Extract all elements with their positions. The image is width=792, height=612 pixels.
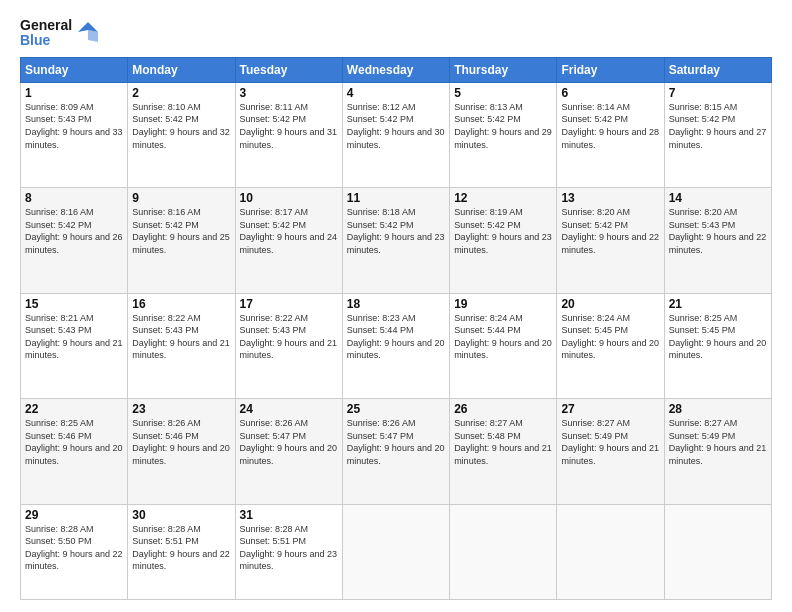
day-number: 23 bbox=[132, 402, 230, 416]
calendar-header-saturday: Saturday bbox=[664, 57, 771, 82]
day-number: 18 bbox=[347, 297, 445, 311]
day-info: Sunrise: 8:28 AM Sunset: 5:51 PM Dayligh… bbox=[240, 523, 338, 573]
calendar-cell: 19 Sunrise: 8:24 AM Sunset: 5:44 PM Dayl… bbox=[450, 293, 557, 398]
day-number: 21 bbox=[669, 297, 767, 311]
calendar-cell: 26 Sunrise: 8:27 AM Sunset: 5:48 PM Dayl… bbox=[450, 399, 557, 504]
calendar-cell: 1 Sunrise: 8:09 AM Sunset: 5:43 PM Dayli… bbox=[21, 82, 128, 187]
day-number: 15 bbox=[25, 297, 123, 311]
day-info: Sunrise: 8:26 AM Sunset: 5:46 PM Dayligh… bbox=[132, 417, 230, 467]
day-number: 10 bbox=[240, 191, 338, 205]
day-number: 30 bbox=[132, 508, 230, 522]
calendar-cell: 22 Sunrise: 8:25 AM Sunset: 5:46 PM Dayl… bbox=[21, 399, 128, 504]
day-info: Sunrise: 8:20 AM Sunset: 5:43 PM Dayligh… bbox=[669, 206, 767, 256]
calendar-cell: 20 Sunrise: 8:24 AM Sunset: 5:45 PM Dayl… bbox=[557, 293, 664, 398]
day-number: 13 bbox=[561, 191, 659, 205]
calendar-cell: 4 Sunrise: 8:12 AM Sunset: 5:42 PM Dayli… bbox=[342, 82, 449, 187]
calendar-cell: 13 Sunrise: 8:20 AM Sunset: 5:42 PM Dayl… bbox=[557, 188, 664, 293]
day-info: Sunrise: 8:24 AM Sunset: 5:44 PM Dayligh… bbox=[454, 312, 552, 362]
day-info: Sunrise: 8:09 AM Sunset: 5:43 PM Dayligh… bbox=[25, 101, 123, 151]
day-info: Sunrise: 8:19 AM Sunset: 5:42 PM Dayligh… bbox=[454, 206, 552, 256]
calendar-cell bbox=[664, 504, 771, 599]
calendar-cell: 2 Sunrise: 8:10 AM Sunset: 5:42 PM Dayli… bbox=[128, 82, 235, 187]
calendar-cell: 8 Sunrise: 8:16 AM Sunset: 5:42 PM Dayli… bbox=[21, 188, 128, 293]
logo-text-blue: Blue bbox=[20, 33, 72, 48]
calendar-header-tuesday: Tuesday bbox=[235, 57, 342, 82]
day-info: Sunrise: 8:25 AM Sunset: 5:46 PM Dayligh… bbox=[25, 417, 123, 467]
day-number: 28 bbox=[669, 402, 767, 416]
calendar-cell: 28 Sunrise: 8:27 AM Sunset: 5:49 PM Dayl… bbox=[664, 399, 771, 504]
day-info: Sunrise: 8:14 AM Sunset: 5:42 PM Dayligh… bbox=[561, 101, 659, 151]
day-number: 2 bbox=[132, 86, 230, 100]
calendar-header-row: SundayMondayTuesdayWednesdayThursdayFrid… bbox=[21, 57, 772, 82]
day-number: 11 bbox=[347, 191, 445, 205]
day-info: Sunrise: 8:21 AM Sunset: 5:43 PM Dayligh… bbox=[25, 312, 123, 362]
day-info: Sunrise: 8:26 AM Sunset: 5:47 PM Dayligh… bbox=[347, 417, 445, 467]
calendar-header-friday: Friday bbox=[557, 57, 664, 82]
day-number: 24 bbox=[240, 402, 338, 416]
day-number: 9 bbox=[132, 191, 230, 205]
day-info: Sunrise: 8:23 AM Sunset: 5:44 PM Dayligh… bbox=[347, 312, 445, 362]
calendar-cell: 9 Sunrise: 8:16 AM Sunset: 5:42 PM Dayli… bbox=[128, 188, 235, 293]
day-number: 29 bbox=[25, 508, 123, 522]
calendar-week-1: 1 Sunrise: 8:09 AM Sunset: 5:43 PM Dayli… bbox=[21, 82, 772, 187]
day-number: 17 bbox=[240, 297, 338, 311]
calendar-week-5: 29 Sunrise: 8:28 AM Sunset: 5:50 PM Dayl… bbox=[21, 504, 772, 599]
day-number: 19 bbox=[454, 297, 552, 311]
day-number: 31 bbox=[240, 508, 338, 522]
day-number: 5 bbox=[454, 86, 552, 100]
calendar-cell: 5 Sunrise: 8:13 AM Sunset: 5:42 PM Dayli… bbox=[450, 82, 557, 187]
calendar-table: SundayMondayTuesdayWednesdayThursdayFrid… bbox=[20, 57, 772, 600]
calendar-cell: 30 Sunrise: 8:28 AM Sunset: 5:51 PM Dayl… bbox=[128, 504, 235, 599]
calendar-cell: 17 Sunrise: 8:22 AM Sunset: 5:43 PM Dayl… bbox=[235, 293, 342, 398]
logo: General Blue bbox=[20, 18, 98, 49]
day-info: Sunrise: 8:22 AM Sunset: 5:43 PM Dayligh… bbox=[240, 312, 338, 362]
calendar-cell: 31 Sunrise: 8:28 AM Sunset: 5:51 PM Dayl… bbox=[235, 504, 342, 599]
day-info: Sunrise: 8:16 AM Sunset: 5:42 PM Dayligh… bbox=[132, 206, 230, 256]
logo-arrow-icon bbox=[78, 22, 98, 42]
day-number: 16 bbox=[132, 297, 230, 311]
calendar-week-4: 22 Sunrise: 8:25 AM Sunset: 5:46 PM Dayl… bbox=[21, 399, 772, 504]
calendar-cell: 11 Sunrise: 8:18 AM Sunset: 5:42 PM Dayl… bbox=[342, 188, 449, 293]
day-info: Sunrise: 8:22 AM Sunset: 5:43 PM Dayligh… bbox=[132, 312, 230, 362]
day-number: 3 bbox=[240, 86, 338, 100]
day-info: Sunrise: 8:27 AM Sunset: 5:48 PM Dayligh… bbox=[454, 417, 552, 467]
calendar-cell: 21 Sunrise: 8:25 AM Sunset: 5:45 PM Dayl… bbox=[664, 293, 771, 398]
day-info: Sunrise: 8:10 AM Sunset: 5:42 PM Dayligh… bbox=[132, 101, 230, 151]
calendar-cell: 3 Sunrise: 8:11 AM Sunset: 5:42 PM Dayli… bbox=[235, 82, 342, 187]
day-info: Sunrise: 8:28 AM Sunset: 5:51 PM Dayligh… bbox=[132, 523, 230, 573]
day-info: Sunrise: 8:28 AM Sunset: 5:50 PM Dayligh… bbox=[25, 523, 123, 573]
day-info: Sunrise: 8:17 AM Sunset: 5:42 PM Dayligh… bbox=[240, 206, 338, 256]
day-info: Sunrise: 8:25 AM Sunset: 5:45 PM Dayligh… bbox=[669, 312, 767, 362]
calendar-cell: 7 Sunrise: 8:15 AM Sunset: 5:42 PM Dayli… bbox=[664, 82, 771, 187]
calendar-page: General Blue SundayMondayTuesdayWednesda… bbox=[0, 0, 792, 612]
calendar-cell: 12 Sunrise: 8:19 AM Sunset: 5:42 PM Dayl… bbox=[450, 188, 557, 293]
calendar-cell bbox=[450, 504, 557, 599]
calendar-cell: 27 Sunrise: 8:27 AM Sunset: 5:49 PM Dayl… bbox=[557, 399, 664, 504]
day-info: Sunrise: 8:27 AM Sunset: 5:49 PM Dayligh… bbox=[669, 417, 767, 467]
calendar-cell: 16 Sunrise: 8:22 AM Sunset: 5:43 PM Dayl… bbox=[128, 293, 235, 398]
day-number: 4 bbox=[347, 86, 445, 100]
calendar-header-monday: Monday bbox=[128, 57, 235, 82]
day-info: Sunrise: 8:18 AM Sunset: 5:42 PM Dayligh… bbox=[347, 206, 445, 256]
calendar-header-sunday: Sunday bbox=[21, 57, 128, 82]
calendar-cell: 29 Sunrise: 8:28 AM Sunset: 5:50 PM Dayl… bbox=[21, 504, 128, 599]
day-number: 27 bbox=[561, 402, 659, 416]
day-info: Sunrise: 8:12 AM Sunset: 5:42 PM Dayligh… bbox=[347, 101, 445, 151]
day-number: 14 bbox=[669, 191, 767, 205]
day-info: Sunrise: 8:13 AM Sunset: 5:42 PM Dayligh… bbox=[454, 101, 552, 151]
calendar-cell bbox=[557, 504, 664, 599]
day-number: 20 bbox=[561, 297, 659, 311]
day-number: 6 bbox=[561, 86, 659, 100]
calendar-cell: 24 Sunrise: 8:26 AM Sunset: 5:47 PM Dayl… bbox=[235, 399, 342, 504]
day-info: Sunrise: 8:16 AM Sunset: 5:42 PM Dayligh… bbox=[25, 206, 123, 256]
day-info: Sunrise: 8:24 AM Sunset: 5:45 PM Dayligh… bbox=[561, 312, 659, 362]
day-number: 8 bbox=[25, 191, 123, 205]
day-number: 7 bbox=[669, 86, 767, 100]
day-info: Sunrise: 8:27 AM Sunset: 5:49 PM Dayligh… bbox=[561, 417, 659, 467]
page-header: General Blue bbox=[20, 18, 772, 49]
calendar-cell: 18 Sunrise: 8:23 AM Sunset: 5:44 PM Dayl… bbox=[342, 293, 449, 398]
calendar-cell: 14 Sunrise: 8:20 AM Sunset: 5:43 PM Dayl… bbox=[664, 188, 771, 293]
day-number: 25 bbox=[347, 402, 445, 416]
day-number: 26 bbox=[454, 402, 552, 416]
calendar-header-thursday: Thursday bbox=[450, 57, 557, 82]
